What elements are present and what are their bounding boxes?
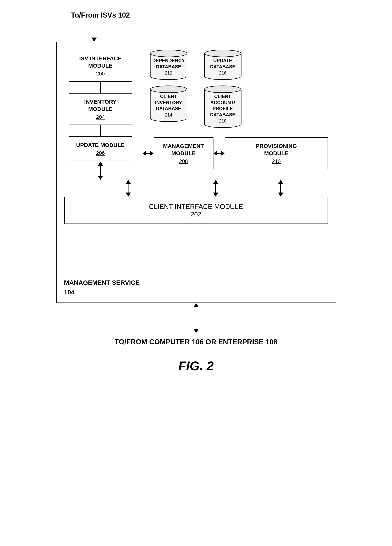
dep-db-number: 212 (152, 70, 185, 76)
isv-interface-module: ISV INTERFACEMODULE 200 (69, 50, 132, 82)
bidir-arrow-update (97, 161, 104, 180)
client-inventory-database: CLIENTINVENTORYDATABASE 214 (146, 85, 191, 128)
main-content: ISV INTERFACEMODULE 200 INVENTORYMODULE … (64, 50, 328, 180)
arrow-management-ci (213, 180, 218, 197)
dependency-database: DEPENDENCYDATABASE 212 (146, 50, 191, 80)
update-database: UPDATEDATABASE 216 (200, 50, 245, 80)
management-provisioning-connector (214, 151, 225, 156)
provisioning-title: PROVISIONINGMODULE (229, 142, 324, 157)
inventory-number: 204 (73, 114, 128, 120)
bottom-databases-row: CLIENTINVENTORYDATABASE 214 CLIENTACCOUN… (146, 85, 328, 128)
client-acc-db-title: CLIENTACCOUNT/PROFILEDATABASE (207, 93, 239, 118)
ci-number: 202 (191, 211, 201, 218)
update-title: UPDATE MODULE (73, 141, 128, 149)
provisioning-module: PROVISIONINGMODULE 210 (225, 137, 328, 169)
update-db-number: 216 (207, 70, 239, 76)
diagram-wrapper: To/From ISVs 102 MANAGEMENT SERVICE 104 … (37, 11, 355, 373)
ci-title: CLIENT INTERFACE MODULE (68, 203, 324, 211)
client-inv-db-title: CLIENTINVENTORYDATABASE (152, 93, 185, 112)
isv-arrow (91, 21, 97, 42)
bottom-label: TO/FROM COMPUTER 106 OR ENTERPRISE 108 (115, 337, 277, 347)
arrow-update-ci (126, 180, 131, 197)
inventory-module: INVENTORYMODULE 204 (69, 93, 132, 125)
right-area: DEPENDENCYDATABASE 212 UPDATEDATABASE 21… (137, 50, 328, 180)
top-databases-row: DEPENDENCYDATABASE 212 UPDATEDATABASE 21… (146, 50, 328, 80)
fig-label: FIG. 2 (178, 358, 214, 373)
update-db-title: UPDATEDATABASE (207, 58, 239, 70)
left-column: ISV INTERFACEMODULE 200 INVENTORYMODULE … (64, 50, 137, 180)
client-acc-db-number: 218 (207, 118, 239, 124)
bottom-arrow (194, 303, 199, 333)
management-provisioning-row: MANAGEMENTMODULE 208 PROVISIONINGMODULE … (143, 137, 328, 169)
client-inv-db-number: 214 (152, 112, 185, 118)
provisioning-number: 210 (229, 158, 324, 164)
client-account-database: CLIENTACCOUNT/PROFILEDATABASE 218 (200, 85, 245, 128)
top-label: To/From ISVs 102 (71, 11, 130, 19)
management-service-label: MANAGEMENT SERVICE 104 (64, 278, 140, 297)
client-interface-module: CLIENT INTERFACE MODULE 202 (64, 197, 328, 224)
three-bidir-arrows (64, 180, 328, 197)
management-module: MANAGEMENTMODULE 208 (154, 137, 214, 169)
update-module: UPDATE MODULE 206 (69, 136, 132, 161)
isv-interface-title: ISV INTERFACEMODULE (73, 55, 128, 69)
connector-inventory-update (100, 125, 101, 136)
management-service-box: MANAGEMENT SERVICE 104 ISV INTERFACEMODU… (56, 42, 336, 303)
connector-isv-inventory (100, 82, 101, 93)
management-number: 208 (158, 158, 209, 164)
dep-db-title: DEPENDENCYDATABASE (152, 58, 185, 70)
update-number: 206 (73, 150, 128, 156)
management-title: MANAGEMENTMODULE (158, 142, 209, 157)
isv-interface-number: 200 (73, 71, 128, 77)
inventory-title: INVENTORYMODULE (73, 98, 128, 113)
update-management-connector (143, 151, 154, 156)
arrow-provisioning-ci (278, 180, 283, 197)
